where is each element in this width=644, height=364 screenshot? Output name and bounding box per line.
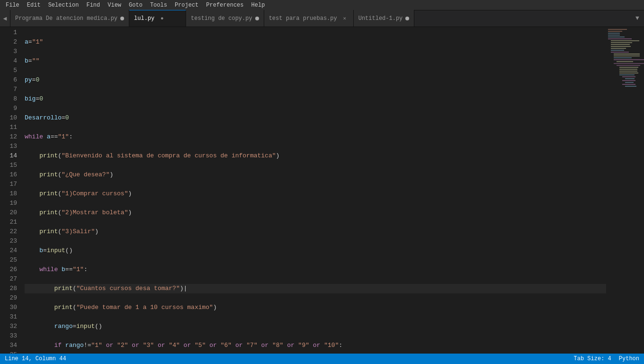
tab-label: test para pruebas.py bbox=[269, 15, 337, 22]
status-right: Tab Size: 4 Python bbox=[574, 355, 639, 362]
svg-rect-25 bbox=[619, 74, 635, 75]
svg-rect-31 bbox=[625, 86, 636, 87]
menubar: File Edit Selection Find View Goto Tools… bbox=[0, 0, 644, 10]
tab-scroll-left[interactable]: ◀ bbox=[0, 10, 10, 27]
tab-close-button[interactable]: ● bbox=[158, 15, 166, 22]
tab-test-pruebas[interactable]: test para pruebas.py ✕ bbox=[264, 10, 354, 27]
svg-rect-17 bbox=[614, 59, 644, 60]
svg-rect-2 bbox=[608, 31, 622, 32]
tab-modified-dot bbox=[120, 17, 124, 20]
svg-rect-1 bbox=[608, 29, 627, 30]
menu-goto[interactable]: Goto bbox=[125, 1, 146, 9]
svg-rect-28 bbox=[622, 80, 635, 81]
statusbar: Line 14, Column 44 Tab Size: 4 Python bbox=[0, 354, 644, 364]
tab-modified-dot bbox=[255, 17, 259, 20]
tabbar: ◀ Programa De atencion medica.py lul.py … bbox=[0, 10, 644, 27]
svg-rect-27 bbox=[625, 78, 635, 79]
menu-preferences[interactable]: Preferences bbox=[202, 1, 247, 9]
svg-rect-5 bbox=[608, 36, 625, 37]
svg-rect-29 bbox=[625, 82, 634, 83]
svg-rect-23 bbox=[619, 71, 637, 72]
cursor-position[interactable]: Line 14, Column 44 bbox=[5, 355, 66, 362]
tab-close-button[interactable]: ✕ bbox=[341, 15, 349, 22]
menu-tools[interactable]: Tools bbox=[146, 1, 171, 9]
svg-rect-20 bbox=[617, 65, 640, 66]
svg-rect-12 bbox=[611, 50, 624, 51]
svg-rect-15 bbox=[614, 55, 640, 56]
minimap bbox=[606, 27, 644, 354]
menu-edit[interactable]: Edit bbox=[23, 1, 45, 9]
svg-rect-21 bbox=[619, 67, 638, 68]
svg-rect-10 bbox=[611, 46, 631, 47]
tab-dropdown-button[interactable]: ▼ bbox=[631, 10, 644, 27]
tab-untitled[interactable]: Untitled-1.py bbox=[354, 10, 415, 27]
svg-rect-16 bbox=[614, 57, 632, 58]
menu-file[interactable]: File bbox=[2, 1, 23, 9]
svg-rect-4 bbox=[608, 35, 620, 36]
language-label[interactable]: Python bbox=[619, 355, 639, 362]
code-editor[interactable]: a="1" b="" py=0 big=0 Desarrollo=0 while… bbox=[21, 27, 606, 354]
svg-rect-9 bbox=[611, 44, 630, 45]
svg-rect-26 bbox=[622, 76, 635, 77]
svg-rect-8 bbox=[611, 42, 632, 43]
tab-testing[interactable]: testing de copy.py bbox=[186, 10, 264, 27]
tab-label: Untitled-1.py bbox=[358, 15, 403, 22]
tab-modified-dot bbox=[405, 17, 409, 20]
svg-rect-13 bbox=[611, 52, 629, 53]
svg-rect-0 bbox=[606, 27, 644, 354]
status-left: Line 14, Column 44 bbox=[5, 355, 66, 362]
svg-rect-7 bbox=[611, 40, 639, 41]
svg-rect-19 bbox=[614, 63, 644, 64]
tab-label: testing de copy.py bbox=[191, 15, 252, 22]
editor-container: 12345 678910 1112131415 1617181920 21222… bbox=[0, 27, 644, 354]
svg-rect-22 bbox=[619, 69, 637, 70]
tab-size-label[interactable]: Tab Size: 4 bbox=[574, 355, 611, 362]
tab-programa[interactable]: Programa De atencion medica.py bbox=[10, 10, 129, 27]
menu-view[interactable]: View bbox=[104, 1, 125, 9]
svg-rect-3 bbox=[608, 33, 620, 34]
line-numbers: 12345 678910 1112131415 1617181920 21222… bbox=[0, 27, 21, 354]
svg-rect-6 bbox=[608, 38, 632, 39]
menu-help[interactable]: Help bbox=[248, 1, 269, 9]
svg-rect-30 bbox=[622, 84, 635, 85]
menu-selection[interactable]: Selection bbox=[45, 1, 83, 9]
tab-lul[interactable]: lul.py ● bbox=[129, 10, 186, 27]
menu-project[interactable]: Project bbox=[171, 1, 202, 9]
svg-rect-11 bbox=[611, 48, 626, 49]
tab-label: Programa De atencion medica.py bbox=[15, 15, 117, 22]
svg-rect-24 bbox=[619, 73, 638, 73]
menu-find[interactable]: Find bbox=[82, 1, 104, 9]
tab-label: lul.py bbox=[134, 15, 154, 22]
svg-rect-14 bbox=[614, 54, 640, 55]
svg-rect-18 bbox=[617, 61, 633, 62]
